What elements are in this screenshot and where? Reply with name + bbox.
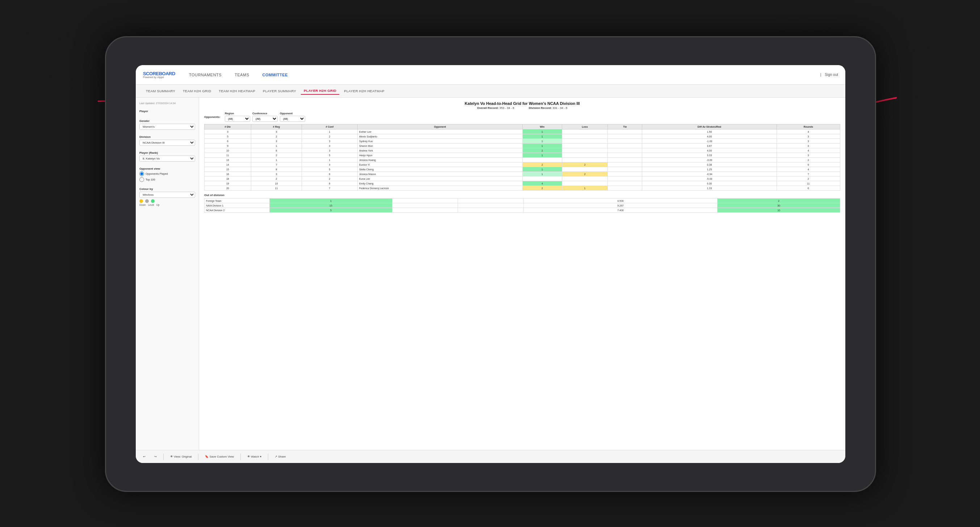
save-custom-label: Save Custom View [210,455,234,458]
sign-out-button[interactable]: Sign out [825,73,838,77]
cell-opponent: Stella Cheng [358,167,523,172]
cell-tie [608,172,642,176]
cell-div: 13 [205,158,251,162]
ood-table-row: Foreign Team 1 4.500 2 [205,198,840,203]
cell-loss [562,130,608,134]
save-custom-button[interactable]: 🔖 Save Custom View [203,454,236,459]
cell-opponent: Sydney Kuo [358,139,523,144]
cell-rounds: 3 [776,144,840,148]
nav-right: | Sign out [820,73,838,77]
cell-opponent: Heejo Hyun [358,153,523,158]
division-select[interactable]: NCAA Division III NCAA Division I NCAA D… [139,140,195,146]
share-button[interactable]: ↗ Share [273,454,288,459]
cell-win: 1 [522,134,562,139]
subnav-team-summary[interactable]: TEAM SUMMARY [143,87,178,94]
ood-rounds: 30 [718,203,840,208]
cell-diff: 1.25 [642,167,776,172]
subnav-player-h2h-grid[interactable]: PLAYER H2H GRID [301,87,339,95]
top100-option[interactable]: Top 100 [139,177,195,182]
data-area: Katelyn Vo Head-to-Head Grid for Women's… [199,98,845,450]
h2h-table: # Div # Reg # Conf Opponent Win Loss Tie… [204,124,840,190]
undo-button[interactable]: ↩ [141,454,148,459]
gender-select[interactable]: Women's Men's [139,124,195,130]
subnav-team-h2h-grid[interactable]: TEAM H2H GRID [180,87,214,94]
table-row: 13 1 1 Jessica Huang -3.00 2 [205,158,840,162]
table-row: 18 2 2 Euna Lee -5.00 2 [205,176,840,181]
ood-win: 5 [270,208,393,213]
top100-radio[interactable] [139,177,144,182]
cell-conf: 1 [302,158,358,162]
nav-separator: | [820,73,821,77]
conference-filter: Conference (All) [252,112,278,122]
ood-opponent: NAIA Division 1 [205,203,270,208]
ood-loss [392,208,458,213]
cell-win: 1 [522,139,562,144]
subnav-team-h2h-heatmap[interactable]: TEAM H2H HEATMAP [216,87,258,94]
table-row: 9 1 4 Sharon Mun 1 3.67 3 [205,144,840,148]
cell-reg: 3 [251,172,302,176]
subnav-player-h2h-heatmap[interactable]: PLAYER H2H HEATMAP [341,87,387,94]
cell-reg: 2 [251,153,302,158]
cell-win: 2 [522,148,562,153]
cell-rounds: 4 [776,167,840,172]
opponents-played-radio[interactable] [139,171,144,176]
region-select[interactable]: (All) [225,116,250,122]
cell-tie [608,158,642,162]
data-records: Overall Record: 353 - 34 - 6 Division Re… [204,106,840,110]
opponent-filter: Opponent (All) [280,112,305,122]
nav-tournaments[interactable]: TOURNAMENTS [186,71,224,78]
cell-opponent: Jessica Huang [358,158,523,162]
cell-opponent: Andrea York [358,148,523,153]
redo-button[interactable]: ↪ [152,454,159,459]
toolbar-divider-4 [268,454,268,460]
cell-reg: 7 [251,162,302,167]
cell-tie [608,139,642,144]
cell-loss [562,148,608,153]
cell-rounds: 3 [776,153,840,158]
cell-rounds: 9 [776,162,840,167]
opponent-view-section: Opponent view Opponents Played Top 100 [139,167,195,182]
cell-diff: 4.00 [642,148,776,153]
overall-record-label: Overall Record: [477,106,499,110]
cell-conf: 1 [302,130,358,134]
subnav-player-summary[interactable]: PLAYER SUMMARY [260,87,299,94]
colour-by-label: Colour by [139,187,195,190]
opponent-select[interactable]: (All) [280,116,305,122]
opponents-played-option[interactable]: Opponents Played [139,171,195,176]
conference-select[interactable]: (All) [252,116,278,122]
cell-tie [608,134,642,139]
col-reg: # Reg [251,124,302,130]
nav-committee[interactable]: COMMITTEE [259,71,291,78]
cell-conf: 4 [302,144,358,148]
cell-reg: 1 [251,158,302,162]
conference-filter-label: Conference [252,112,278,115]
cell-conf: 6 [302,172,358,176]
ood-win: 1 [270,198,393,203]
down-label: Down [139,204,146,206]
colour-by-select[interactable]: Win/loss [139,192,195,198]
cell-opponent: Sharon Mun [358,144,523,148]
colour-by-section: Colour by Win/loss Down Level Up [139,187,195,206]
watch-chevron: ▾ [260,455,261,458]
out-of-division-label: Out of division [204,194,840,197]
watch-button[interactable]: 👁 Watch ▾ [245,454,264,459]
view-original-button[interactable]: 👁 View: Original [168,454,194,459]
cell-rounds: 3 [776,139,840,144]
cell-tie [608,186,642,190]
cell-diff: 1.33 [642,186,776,190]
cell-rounds: 11 [776,181,840,186]
cell-loss [562,144,608,148]
player-rank-select[interactable]: 8. Katelyn Vo [139,156,195,162]
cell-tie [608,176,642,181]
cell-rounds: 3 [776,134,840,139]
nav-teams[interactable]: TEAMS [232,71,252,78]
subnav: TEAM SUMMARY TEAM H2H GRID TEAM H2H HEAT… [136,85,845,98]
up-dot [151,199,154,203]
cell-rounds: 4 [776,148,840,153]
view-original-label: View: Original [174,455,191,458]
col-div: # Div [205,124,251,130]
nav-items: TOURNAMENTS TEAMS COMMITTEE [186,71,810,78]
cell-diff: 0.30 [642,181,776,186]
division-section: Division NCAA Division III NCAA Division… [139,135,195,146]
ood-tie [458,208,524,213]
